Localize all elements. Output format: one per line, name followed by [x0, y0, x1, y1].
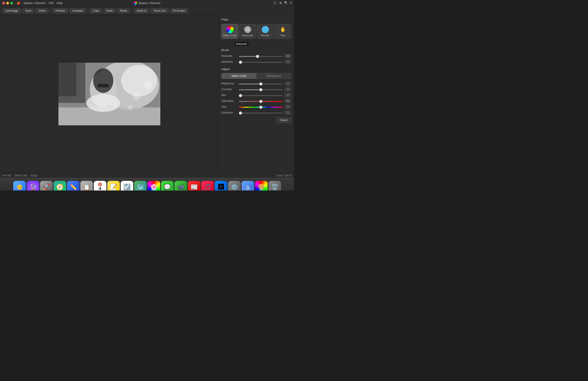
share-button[interactable]: Share	[36, 8, 49, 13]
adjust-reset-button[interactable]: Reset	[277, 117, 291, 123]
dock-item-finder[interactable]: 😊	[13, 181, 26, 191]
hue-label: Hue	[221, 105, 237, 108]
dock-item-pixelmator[interactable]: ✏️	[67, 181, 80, 191]
blur-value: 0	[285, 93, 291, 97]
brightness-label: Brightness	[221, 82, 237, 85]
control-center-icon[interactable]: ≡	[290, 1, 292, 4]
dock-item-calendar[interactable]: JUL 4	[94, 181, 106, 191]
help-menu[interactable]: Help	[57, 1, 63, 5]
maximize-button[interactable]	[10, 2, 13, 4]
svg-point-7	[93, 68, 113, 93]
diameter-value: 40	[285, 54, 291, 58]
hardness-label: Hardness	[221, 60, 237, 63]
dock-item-reminders[interactable]: ☑️	[121, 181, 133, 191]
grayscale-mode-button[interactable]: Grayscale	[239, 24, 256, 39]
separator-1	[50, 8, 51, 13]
saturation-label: Saturation	[221, 100, 237, 102]
statusbar: 441 KB 2560 X 160 18.jpg Zoom: 100 %	[0, 173, 294, 178]
minimize-button[interactable]	[6, 2, 9, 4]
dock-item-messages[interactable]: 💬	[161, 181, 173, 191]
blur-slider[interactable]	[239, 95, 283, 96]
compare-button[interactable]: Compare	[69, 8, 86, 13]
paint-title: Paint	[221, 18, 291, 21]
dock-item-appstore[interactable]: 🅰	[215, 181, 227, 191]
native-color-icon	[226, 26, 233, 33]
calendar-display: JUL 4	[98, 183, 102, 191]
dock-item-photos[interactable]: 🌸	[147, 181, 160, 191]
brightness-row: Brightness 0	[221, 81, 291, 85]
dock-item-trash[interactable]: 🗑️	[269, 181, 281, 191]
dock-item-facetime[interactable]: 📹	[174, 181, 187, 191]
recolor-mode-button[interactable]: Recolor	[257, 24, 274, 39]
native-color-tab[interactable]: Native Color	[222, 73, 256, 79]
svg-rect-8	[98, 84, 109, 87]
dock-item-systemprefs[interactable]: ⚙️	[228, 181, 241, 191]
cast-icon[interactable]: ⬛	[273, 1, 277, 4]
undo-button[interactable]: Undo	[90, 8, 102, 13]
zoom-level: Zoom: 100 %	[277, 174, 291, 177]
brightness-slider[interactable]	[239, 83, 283, 84]
dock-item-music[interactable]: 🎵	[201, 181, 214, 191]
save-button[interactable]: Save	[22, 8, 34, 13]
exposure-row: Exposure 0	[221, 111, 291, 115]
file-menu[interactable]: File	[49, 1, 54, 5]
svg-point-9	[86, 94, 120, 112]
pan-label: Pan	[281, 34, 285, 37]
hardness-row: Hardness 0	[221, 60, 291, 64]
dock-item-siri[interactable]: 🔮	[27, 181, 39, 191]
background-tab[interactable]: Background	[256, 73, 291, 79]
contrast-slider[interactable]	[239, 89, 283, 90]
preview-button[interactable]: Preview	[52, 8, 68, 13]
dock-item-safari[interactable]: 🧭	[54, 181, 66, 191]
dock-item-contacts[interactable]: 📋	[80, 181, 93, 191]
dock-item-notes[interactable]: 📝	[107, 181, 120, 191]
window-title: Splash n Recolor	[133, 1, 161, 5]
pan-mode-button[interactable]: ✋ Pan	[274, 24, 291, 39]
exposure-value: 0	[285, 111, 291, 115]
canvas-image	[59, 63, 160, 125]
dock-item-maps[interactable]: 🗺️	[134, 181, 147, 191]
saturation-slider-container	[239, 100, 283, 102]
canvas-area[interactable]	[0, 15, 219, 173]
svg-text:😊: 😊	[16, 184, 23, 190]
zoom-in-button[interactable]: Zoom In	[134, 8, 149, 13]
add-image-button[interactable]: Add Image	[2, 8, 21, 13]
zoom-out-button[interactable]: Zoom Out	[151, 8, 168, 13]
adjust-section: Adjust Native Color Background Brightnes…	[221, 67, 291, 115]
redo-button[interactable]: Redo	[104, 8, 116, 13]
dock-item-news[interactable]: 📰	[188, 181, 200, 191]
reset-toolbar-button[interactable]: Reset	[117, 8, 130, 13]
diameter-label: Diameter	[221, 54, 237, 58]
dock-item-recolor[interactable]: 🎨	[255, 181, 268, 191]
brightness-slider-container	[239, 82, 283, 85]
dimensions: 2560 X 160	[14, 174, 27, 177]
fit-screen-button[interactable]: Fit Screen	[170, 8, 188, 13]
hue-row: Hue 0	[221, 105, 291, 109]
pan-icon: ✋	[279, 26, 287, 33]
display-icon[interactable]: 🖥	[279, 1, 282, 4]
dock-item-altair[interactable]: △	[242, 181, 254, 191]
saturation-slider[interactable]	[239, 101, 283, 102]
svg-point-11	[127, 105, 133, 110]
search-icon[interactable]: 🔍	[284, 1, 288, 4]
recolor-label: Recolor	[261, 34, 270, 37]
dock-item-rocket[interactable]: 🚀	[40, 181, 53, 191]
app-menu-name[interactable]: Splash n Recolor	[23, 1, 46, 5]
calendar-month: JUL	[98, 183, 102, 186]
native-color-mode-button[interactable]: Native Color	[221, 24, 238, 39]
exposure-slider[interactable]	[239, 113, 283, 114]
grayscale-icon	[244, 26, 251, 33]
separator-3	[132, 8, 132, 13]
hue-slider[interactable]	[239, 107, 283, 108]
svg-rect-4	[59, 63, 76, 96]
apple-menu[interactable]: 🍎	[17, 1, 20, 5]
grayscale-label: Grayscale	[242, 34, 253, 37]
close-button[interactable]	[2, 2, 5, 4]
paint-section: Paint Native Color Grayscale	[221, 18, 291, 39]
hardness-slider[interactable]	[239, 62, 283, 63]
diameter-slider[interactable]	[239, 56, 283, 57]
adjust-title: Adjust	[221, 67, 291, 71]
dock: 😊 🔮 🚀 🧭 ✏️ 📋 JUL 4 📝 ☑️ 🗺️ 🌸 💬 📹 📰 🎵 🅰 ⚙…	[0, 178, 294, 191]
exposure-label: Exposure	[221, 111, 237, 114]
svg-point-10	[133, 92, 141, 100]
